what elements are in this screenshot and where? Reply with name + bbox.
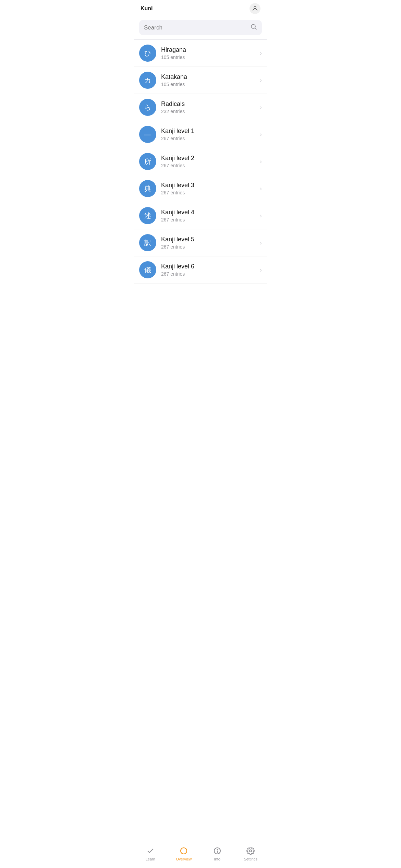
item-content-kanji-6: Kanji level 6 267 entries [161, 263, 260, 277]
svg-line-2 [255, 28, 257, 30]
item-icon-radicals: ら [139, 99, 156, 116]
item-content-katakana: Katakana 105 entries [161, 73, 260, 87]
item-subtitle-katakana: 105 entries [161, 82, 260, 87]
item-title-kanji-3: Kanji level 3 [161, 182, 260, 189]
settings-nav-icon [246, 846, 255, 856]
item-chevron-radicals: › [260, 104, 262, 111]
item-content-hiragana: Hiragana 105 entries [161, 46, 260, 60]
overview-nav-icon [179, 846, 189, 856]
status-icons [250, 3, 260, 14]
nav-item-settings[interactable]: Settings [239, 846, 263, 861]
item-icon-kanji-3: 典 [139, 180, 156, 197]
item-icon-kanji-1: — [139, 126, 156, 143]
bottom-navigation: Learn Overview Info Settings [134, 843, 267, 868]
svg-point-0 [254, 7, 256, 9]
nav-item-overview[interactable]: Overview [172, 846, 196, 861]
item-subtitle-kanji-1: 267 entries [161, 136, 260, 141]
list-item-kanji-5[interactable]: 訳 Kanji level 5 267 entries › [134, 229, 267, 256]
nav-item-learn[interactable]: Learn [138, 846, 162, 861]
svg-point-7 [250, 850, 252, 852]
svg-point-1 [251, 24, 255, 28]
search-icon [250, 23, 257, 32]
list-item-kanji-2[interactable]: 所 Kanji level 2 267 entries › [134, 148, 267, 175]
item-icon-kanji-2: 所 [139, 153, 156, 170]
list-item-kanji-4[interactable]: 述 Kanji level 4 267 entries › [134, 202, 267, 229]
list-item-kanji-1[interactable]: — Kanji level 1 267 entries › [134, 121, 267, 148]
info-nav-icon [212, 846, 222, 856]
item-title-radicals: Radicals [161, 100, 260, 108]
item-chevron-kanji-4: › [260, 212, 262, 219]
list-item-kanji-6[interactable]: 儀 Kanji level 6 267 entries › [134, 256, 267, 284]
item-title-kanji-2: Kanji level 2 [161, 155, 260, 162]
svg-point-3 [181, 848, 187, 854]
app-title: Kuni [141, 5, 153, 12]
item-content-kanji-3: Kanji level 3 267 entries [161, 182, 260, 195]
item-subtitle-kanji-5: 267 entries [161, 244, 260, 250]
nav-item-info[interactable]: Info [205, 846, 229, 861]
info-nav-label: Info [214, 857, 220, 861]
category-list: ひ Hiragana 105 entries › カ Katakana 105 … [134, 40, 267, 314]
item-content-kanji-5: Kanji level 5 267 entries [161, 236, 260, 250]
item-content-kanji-2: Kanji level 2 267 entries [161, 155, 260, 168]
profile-icon[interactable] [250, 3, 260, 14]
item-icon-hiragana: ひ [139, 45, 156, 62]
list-item-kanji-3[interactable]: 典 Kanji level 3 267 entries › [134, 175, 267, 202]
item-subtitle-kanji-6: 267 entries [161, 271, 260, 277]
list-item-radicals[interactable]: ら Radicals 232 entries › [134, 94, 267, 121]
settings-nav-label: Settings [244, 857, 257, 861]
item-chevron-kanji-2: › [260, 158, 262, 165]
item-chevron-kanji-5: › [260, 239, 262, 246]
overview-nav-label: Overview [176, 857, 192, 861]
item-title-kanji-6: Kanji level 6 [161, 263, 260, 270]
list-item-hiragana[interactable]: ひ Hiragana 105 entries › [134, 40, 267, 67]
search-bar[interactable] [139, 20, 262, 35]
item-content-kanji-4: Kanji level 4 267 entries [161, 209, 260, 222]
item-subtitle-hiragana: 105 entries [161, 55, 260, 60]
item-content-radicals: Radicals 232 entries [161, 100, 260, 114]
item-chevron-kanji-3: › [260, 185, 262, 192]
learn-nav-icon [146, 846, 155, 856]
item-icon-katakana: カ [139, 72, 156, 89]
item-title-katakana: Katakana [161, 73, 260, 81]
item-icon-kanji-6: 儀 [139, 261, 156, 278]
search-input[interactable] [144, 24, 247, 31]
item-chevron-hiragana: › [260, 50, 262, 57]
item-subtitle-kanji-2: 267 entries [161, 163, 260, 168]
learn-nav-label: Learn [146, 857, 155, 861]
item-content-kanji-1: Kanji level 1 267 entries [161, 128, 260, 141]
item-chevron-kanji-1: › [260, 131, 262, 138]
item-title-kanji-5: Kanji level 5 [161, 236, 260, 243]
item-icon-kanji-5: 訳 [139, 234, 156, 251]
item-title-kanji-4: Kanji level 4 [161, 209, 260, 216]
item-icon-kanji-4: 述 [139, 207, 156, 224]
item-title-kanji-1: Kanji level 1 [161, 128, 260, 135]
item-subtitle-radicals: 232 entries [161, 109, 260, 114]
item-title-hiragana: Hiragana [161, 46, 260, 53]
list-item-katakana[interactable]: カ Katakana 105 entries › [134, 67, 267, 94]
status-bar: Kuni [134, 0, 267, 17]
item-subtitle-kanji-4: 267 entries [161, 217, 260, 222]
item-chevron-katakana: › [260, 77, 262, 84]
item-chevron-kanji-6: › [260, 266, 262, 274]
item-subtitle-kanji-3: 267 entries [161, 190, 260, 195]
